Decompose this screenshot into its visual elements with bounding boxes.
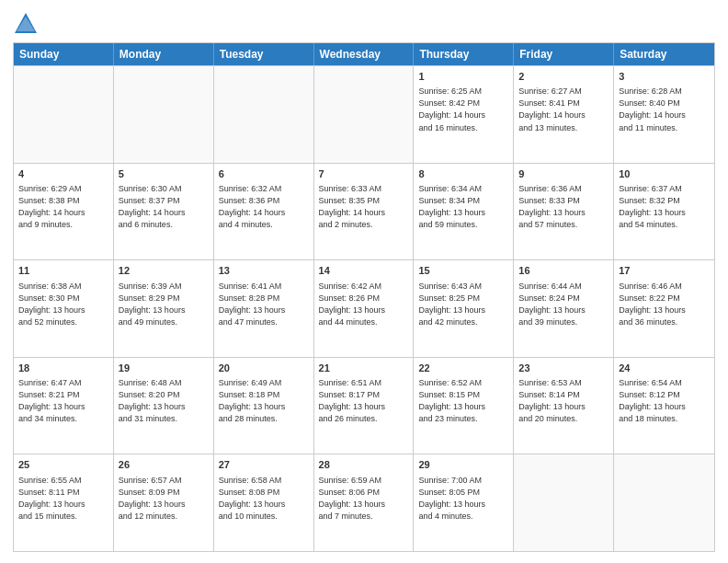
logo <box>13 11 42 37</box>
cal-header-monday: Monday <box>114 43 214 65</box>
day-number: 13 <box>219 264 309 278</box>
day-number: 23 <box>518 362 609 375</box>
day-number: 11 <box>18 264 108 278</box>
day-number: 24 <box>619 362 710 375</box>
cal-week-1: 1Sunrise: 6:25 AMSunset: 8:42 PMDaylight… <box>14 65 714 163</box>
cal-header-wednesday: Wednesday <box>314 43 415 65</box>
cal-cell: 29Sunrise: 7:00 AMSunset: 8:05 PMDayligh… <box>414 454 514 551</box>
cal-cell: 14Sunrise: 6:42 AMSunset: 8:26 PMDayligh… <box>314 260 415 357</box>
cal-cell: 6Sunrise: 6:32 AMSunset: 8:36 PMDaylight… <box>214 164 314 260</box>
cell-text: Sunrise: 6:46 AMSunset: 8:22 PMDaylight:… <box>619 281 710 328</box>
calendar-header-row: SundayMondayTuesdayWednesdayThursdayFrid… <box>14 43 714 65</box>
cal-cell: 4Sunrise: 6:29 AMSunset: 8:38 PMDaylight… <box>14 164 114 260</box>
day-number: 18 <box>18 362 108 375</box>
cell-text: Sunrise: 6:28 AMSunset: 8:40 PMDaylight:… <box>619 86 710 133</box>
day-number: 21 <box>319 362 409 375</box>
day-number: 22 <box>418 362 508 375</box>
day-number: 28 <box>319 458 409 472</box>
cal-cell: 19Sunrise: 6:48 AMSunset: 8:20 PMDayligh… <box>114 358 214 454</box>
day-number: 15 <box>418 264 508 278</box>
cal-cell: 18Sunrise: 6:47 AMSunset: 8:21 PMDayligh… <box>14 358 114 454</box>
cal-cell <box>614 454 714 551</box>
cell-text: Sunrise: 6:36 AMSunset: 8:33 PMDaylight:… <box>518 183 609 231</box>
cal-week-2: 4Sunrise: 6:29 AMSunset: 8:38 PMDaylight… <box>14 163 714 260</box>
cal-cell <box>114 66 214 163</box>
page: SundayMondayTuesdayWednesdayThursdayFrid… <box>0 0 728 563</box>
cal-cell: 20Sunrise: 6:49 AMSunset: 8:18 PMDayligh… <box>214 358 314 454</box>
cal-week-3: 11Sunrise: 6:38 AMSunset: 8:30 PMDayligh… <box>14 259 714 357</box>
day-number: 26 <box>119 458 209 472</box>
cell-text: Sunrise: 7:00 AMSunset: 8:05 PMDaylight:… <box>418 475 508 523</box>
cell-text: Sunrise: 6:33 AMSunset: 8:35 PMDaylight:… <box>319 183 409 231</box>
day-number: 5 <box>119 167 209 181</box>
day-number: 20 <box>219 362 309 375</box>
cal-cell: 12Sunrise: 6:39 AMSunset: 8:29 PMDayligh… <box>114 260 214 357</box>
cal-cell: 23Sunrise: 6:53 AMSunset: 8:14 PMDayligh… <box>514 358 614 454</box>
cal-cell: 22Sunrise: 6:52 AMSunset: 8:15 PMDayligh… <box>414 358 514 454</box>
day-number: 10 <box>619 167 710 181</box>
day-number: 16 <box>518 264 609 278</box>
day-number: 27 <box>219 458 309 472</box>
cell-text: Sunrise: 6:59 AMSunset: 8:06 PMDaylight:… <box>319 475 409 523</box>
svg-marker-1 <box>17 17 35 31</box>
cal-cell: 3Sunrise: 6:28 AMSunset: 8:40 PMDaylight… <box>614 66 714 163</box>
day-number: 7 <box>319 167 409 181</box>
day-number: 12 <box>119 264 209 278</box>
cal-cell: 28Sunrise: 6:59 AMSunset: 8:06 PMDayligh… <box>314 454 415 551</box>
cell-text: Sunrise: 6:48 AMSunset: 8:20 PMDaylight:… <box>119 377 209 425</box>
cell-text: Sunrise: 6:57 AMSunset: 8:09 PMDaylight:… <box>119 475 209 523</box>
cal-cell <box>14 66 114 163</box>
cal-cell: 16Sunrise: 6:44 AMSunset: 8:24 PMDayligh… <box>514 260 614 357</box>
day-number: 1 <box>418 70 508 84</box>
cal-cell <box>314 66 415 163</box>
cal-week-5: 25Sunrise: 6:55 AMSunset: 8:11 PMDayligh… <box>14 454 714 551</box>
cell-text: Sunrise: 6:32 AMSunset: 8:36 PMDaylight:… <box>219 183 309 231</box>
cal-cell: 21Sunrise: 6:51 AMSunset: 8:17 PMDayligh… <box>314 358 415 454</box>
cell-text: Sunrise: 6:39 AMSunset: 8:29 PMDaylight:… <box>119 281 209 328</box>
day-number: 6 <box>219 167 309 181</box>
cell-text: Sunrise: 6:34 AMSunset: 8:34 PMDaylight:… <box>418 183 508 231</box>
cal-cell: 1Sunrise: 6:25 AMSunset: 8:42 PMDaylight… <box>414 66 514 163</box>
cell-text: Sunrise: 6:42 AMSunset: 8:26 PMDaylight:… <box>319 281 409 328</box>
day-number: 25 <box>18 458 108 472</box>
cal-cell: 25Sunrise: 6:55 AMSunset: 8:11 PMDayligh… <box>14 454 114 551</box>
cell-text: Sunrise: 6:38 AMSunset: 8:30 PMDaylight:… <box>18 281 108 328</box>
cal-cell: 11Sunrise: 6:38 AMSunset: 8:30 PMDayligh… <box>14 260 114 357</box>
cell-text: Sunrise: 6:41 AMSunset: 8:28 PMDaylight:… <box>219 281 309 328</box>
cell-text: Sunrise: 6:30 AMSunset: 8:37 PMDaylight:… <box>119 183 209 231</box>
day-number: 3 <box>619 70 710 84</box>
header <box>13 11 715 37</box>
cell-text: Sunrise: 6:53 AMSunset: 8:14 PMDaylight:… <box>518 377 609 425</box>
cal-cell: 9Sunrise: 6:36 AMSunset: 8:33 PMDaylight… <box>514 164 614 260</box>
cell-text: Sunrise: 6:27 AMSunset: 8:41 PMDaylight:… <box>518 86 609 133</box>
cal-cell: 13Sunrise: 6:41 AMSunset: 8:28 PMDayligh… <box>214 260 314 357</box>
cal-cell: 2Sunrise: 6:27 AMSunset: 8:41 PMDaylight… <box>514 66 614 163</box>
cell-text: Sunrise: 6:43 AMSunset: 8:25 PMDaylight:… <box>418 281 508 328</box>
cal-week-4: 18Sunrise: 6:47 AMSunset: 8:21 PMDayligh… <box>14 357 714 454</box>
cell-text: Sunrise: 6:52 AMSunset: 8:15 PMDaylight:… <box>418 377 508 425</box>
cal-header-friday: Friday <box>514 43 614 65</box>
cal-cell: 5Sunrise: 6:30 AMSunset: 8:37 PMDaylight… <box>114 164 214 260</box>
cell-text: Sunrise: 6:55 AMSunset: 8:11 PMDaylight:… <box>18 475 108 523</box>
cal-cell: 27Sunrise: 6:58 AMSunset: 8:08 PMDayligh… <box>214 454 314 551</box>
cell-text: Sunrise: 6:25 AMSunset: 8:42 PMDaylight:… <box>418 86 508 133</box>
day-number: 9 <box>518 167 609 181</box>
cal-cell <box>514 454 614 551</box>
cell-text: Sunrise: 6:54 AMSunset: 8:12 PMDaylight:… <box>619 377 710 425</box>
cal-cell: 15Sunrise: 6:43 AMSunset: 8:25 PMDayligh… <box>414 260 514 357</box>
calendar-body: 1Sunrise: 6:25 AMSunset: 8:42 PMDaylight… <box>14 65 714 551</box>
cal-cell: 10Sunrise: 6:37 AMSunset: 8:32 PMDayligh… <box>614 164 714 260</box>
cal-header-saturday: Saturday <box>614 43 714 65</box>
calendar: SundayMondayTuesdayWednesdayThursdayFrid… <box>13 42 715 552</box>
cell-text: Sunrise: 6:47 AMSunset: 8:21 PMDaylight:… <box>18 377 108 425</box>
cal-cell: 24Sunrise: 6:54 AMSunset: 8:12 PMDayligh… <box>614 358 714 454</box>
cal-cell: 8Sunrise: 6:34 AMSunset: 8:34 PMDaylight… <box>414 164 514 260</box>
cal-header-sunday: Sunday <box>14 43 114 65</box>
cell-text: Sunrise: 6:49 AMSunset: 8:18 PMDaylight:… <box>219 377 309 425</box>
cal-cell: 26Sunrise: 6:57 AMSunset: 8:09 PMDayligh… <box>114 454 214 551</box>
cal-cell: 17Sunrise: 6:46 AMSunset: 8:22 PMDayligh… <box>614 260 714 357</box>
day-number: 8 <box>418 167 508 181</box>
day-number: 19 <box>119 362 209 375</box>
day-number: 17 <box>619 264 710 278</box>
cell-text: Sunrise: 6:29 AMSunset: 8:38 PMDaylight:… <box>18 183 108 231</box>
